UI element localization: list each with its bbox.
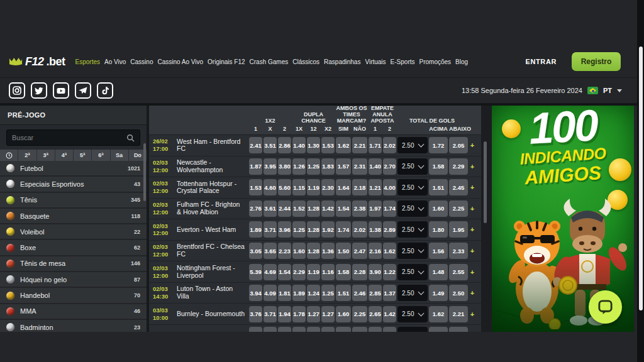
odds-button[interactable]: 1.89 <box>292 285 306 301</box>
goals-line-select[interactable]: 2.50 <box>397 200 428 217</box>
odds-button[interactable]: 3.51 <box>264 137 277 153</box>
odds-button[interactable]: 3.95 <box>264 158 277 175</box>
odds-button[interactable]: 1.27 <box>321 306 335 322</box>
odds-button[interactable]: 1.42 <box>383 306 396 322</box>
table-scrollbar[interactable] <box>484 141 487 223</box>
odds-button[interactable]: 1.21 <box>369 179 382 195</box>
day-tab-all[interactable] <box>0 150 18 161</box>
odds-button[interactable] <box>336 327 351 332</box>
odds-button[interactable]: 2.76 <box>249 200 262 217</box>
odds-button[interactable]: 1.28 <box>307 221 320 238</box>
day-tab-6[interactable]: 6ª <box>91 150 109 161</box>
odds-button[interactable]: 2.23 <box>278 243 291 259</box>
match-info[interactable]: 26/0217:00West Ham - Brentford FC <box>149 138 248 153</box>
odds-button[interactable]: 2.65 <box>369 306 382 322</box>
match-info[interactable]: 02/0312:00Newcastle - Wolverhampton <box>149 159 248 174</box>
odds-button[interactable]: 2.41 <box>249 137 262 153</box>
search-input[interactable]: Buscar <box>6 129 140 146</box>
odds-button[interactable]: 3.71 <box>264 306 277 322</box>
sidebar-item-handebol[interactable]: Handebol70 <box>0 288 147 304</box>
more-bets-button[interactable]: + <box>469 184 476 191</box>
day-tab-3[interactable]: 3ª <box>36 150 55 161</box>
odds-button[interactable]: 2.45 <box>449 179 468 195</box>
telegram-link[interactable] <box>75 82 91 99</box>
odds-button[interactable]: 4.00 <box>383 179 396 195</box>
odds-button[interactable]: 2.89 <box>383 221 396 238</box>
odds-button[interactable]: 1.58 <box>429 158 448 175</box>
odds-button[interactable]: 1.38 <box>369 221 382 238</box>
more-bets-button[interactable]: + <box>469 289 476 297</box>
nav-item-raspadinhas[interactable]: Raspadinhas <box>324 58 360 65</box>
sidebar-item-basquete[interactable]: Basquete118 <box>0 209 147 224</box>
odds-button[interactable] <box>352 327 367 332</box>
sidebar-item-boxe[interactable]: Boxe62 <box>0 240 147 256</box>
odds-button[interactable] <box>429 327 448 332</box>
odds-button[interactable]: 2.21 <box>352 137 367 153</box>
sidebar-item-h-quei-no-gelo[interactable]: Hóquei no gelo87 <box>0 272 147 288</box>
odds-button[interactable]: 2.46 <box>352 285 367 301</box>
odds-button[interactable]: 1.71 <box>369 137 382 153</box>
chat-button[interactable] <box>589 290 622 324</box>
odds-button[interactable]: 2.29 <box>449 158 468 175</box>
odds-button[interactable]: 1.15 <box>292 179 306 195</box>
odds-button[interactable]: 2.38 <box>352 200 367 217</box>
more-bets-button[interactable]: + <box>469 268 476 276</box>
odds-button[interactable]: 1.57 <box>336 158 351 175</box>
odds-button[interactable] <box>383 327 396 332</box>
sidebar-item-voleibol[interactable]: Voleibol22 <box>0 224 147 240</box>
odds-button[interactable]: 1.25 <box>307 158 320 175</box>
odds-button[interactable]: 3.65 <box>264 243 277 259</box>
goals-line-select[interactable]: 2.50 <box>397 179 428 195</box>
odds-button[interactable]: 1.49 <box>429 285 448 301</box>
odds-button[interactable]: 1.95 <box>449 221 468 238</box>
odds-button[interactable]: 1.36 <box>321 243 335 259</box>
odds-button[interactable]: 1.54 <box>336 200 351 217</box>
login-button[interactable]: ENTRAR <box>526 58 557 65</box>
more-bets-button[interactable]: + <box>469 310 476 318</box>
odds-button[interactable]: 2.70 <box>383 158 396 175</box>
odds-button[interactable] <box>278 327 291 332</box>
day-tab-4[interactable]: 4ª <box>55 150 73 161</box>
match-info[interactable]: 02/0312:00Everton - West Ham <box>149 222 248 238</box>
day-tab-sa[interactable]: Sa <box>110 150 128 161</box>
odds-button[interactable] <box>449 327 468 332</box>
odds-button[interactable]: 1.22 <box>383 264 396 280</box>
odds-button[interactable]: 1.37 <box>383 285 396 301</box>
match-info[interactable]: 02/0314:30Luton Town - Aston Villa <box>149 285 248 300</box>
odds-button[interactable]: 2.30 <box>321 179 335 195</box>
nav-item-promo-es[interactable]: Promoções <box>419 58 452 65</box>
odds-button[interactable]: 1.74 <box>383 200 396 217</box>
odds-button[interactable]: 2.02 <box>383 137 396 153</box>
odds-button[interactable]: 2.33 <box>449 243 468 259</box>
nav-item-cassino-ao-vivo[interactable]: Cassino Ao Vivo <box>157 58 203 65</box>
odds-button[interactable]: 4.60 <box>264 179 277 195</box>
day-tab-5[interactable]: 5ª <box>73 150 91 161</box>
match-info[interactable]: 02/0312:00Tottenham Hotspur - Crystal Pa… <box>149 180 248 195</box>
nav-item-crash-games[interactable]: Crash Games <box>250 58 289 65</box>
odds-button[interactable]: 3.90 <box>369 264 382 280</box>
odds-button[interactable]: 1.25 <box>321 285 335 301</box>
goals-line-select[interactable]: 2.50 <box>397 285 428 301</box>
odds-button[interactable]: 1.89 <box>249 221 262 238</box>
odds-button[interactable]: 1.60 <box>336 306 351 322</box>
nav-item-virtuais[interactable]: Virtuais <box>365 58 386 65</box>
odds-button[interactable]: 2.55 <box>449 264 468 280</box>
odds-button[interactable]: 2.50 <box>449 285 468 301</box>
goals-line-select[interactable]: 2.50 <box>397 243 428 259</box>
odds-button[interactable]: 1.40 <box>369 158 382 175</box>
odds-button[interactable] <box>292 327 306 332</box>
odds-button[interactable]: 1.62 <box>383 243 396 259</box>
odds-button[interactable]: 1.51 <box>336 285 351 301</box>
odds-button[interactable]: 1.53 <box>321 137 335 153</box>
sidebar-item-especiais-esportivos[interactable]: Especiais Esportivos43 <box>0 177 147 192</box>
odds-button[interactable]: 1.58 <box>336 264 351 280</box>
odds-button[interactable]: 2.28 <box>352 264 367 280</box>
nav-item-cassino[interactable]: Cassino <box>130 58 153 65</box>
odds-button[interactable]: 1.54 <box>278 264 291 280</box>
sidebar-item-t-nis-de-mesa[interactable]: Tênis de mesa146 <box>0 256 147 272</box>
odds-button[interactable]: 1.56 <box>429 243 448 259</box>
odds-button[interactable]: 1.26 <box>292 158 306 175</box>
instagram-link[interactable] <box>9 82 25 99</box>
twitter-link[interactable] <box>31 82 47 99</box>
odds-button[interactable] <box>321 327 335 332</box>
